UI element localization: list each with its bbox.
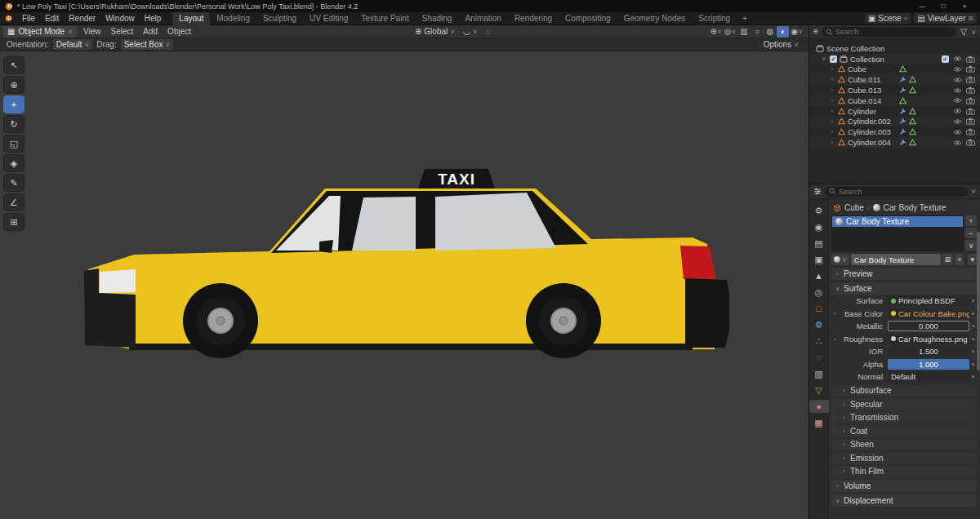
panel-surface[interactable]: ∨ Surface — [831, 282, 977, 295]
hide-viewport-icon[interactable] — [953, 118, 962, 125]
prop-value-base-color[interactable]: Car Colour Bake.png — [888, 308, 969, 319]
orientation-default-dropdown[interactable]: Default ∨ — [53, 39, 93, 50]
proportional-editing-toggle[interactable]: ◌ — [483, 26, 494, 37]
properties-tab-object[interactable]: □ — [811, 302, 827, 315]
outliner-scene-collection[interactable]: Scene Collection — [809, 43, 980, 54]
outliner-search[interactable] — [822, 27, 956, 37]
shading-solid-icon[interactable]: ◍ — [764, 26, 776, 38]
prop-value-surface[interactable]: Principled BSDF — [888, 295, 969, 306]
add-slot-button[interactable]: + — [965, 215, 977, 226]
hide-viewport-icon[interactable] — [953, 129, 962, 135]
properties-tab-output[interactable]: ▤ — [811, 237, 827, 250]
outliner-item-cylinder-003[interactable]: ›Cylinder.003 — [809, 126, 980, 137]
collection-checkbox[interactable]: ✓ — [830, 55, 837, 63]
panel-displacement[interactable]: ∨ Displacement — [831, 495, 977, 507]
slot-specials-button[interactable]: ∨ — [965, 240, 977, 251]
panel-thin-film[interactable]: ›Thin Film — [831, 466, 977, 478]
chevron-down-icon[interactable]: ∨ — [971, 29, 976, 36]
expand-icon[interactable]: › — [829, 87, 835, 93]
properties-tab-world[interactable]: ◎ — [811, 286, 827, 299]
scrollbar[interactable] — [977, 232, 980, 370]
disable-render-icon[interactable] — [966, 55, 975, 63]
options-dropdown[interactable]: Options ∨ — [760, 39, 802, 50]
new-viewlayer-icon[interactable]: ⊞ — [968, 15, 973, 22]
properties-tab-tool[interactable]: ⚙ — [811, 204, 827, 217]
workspace-tab-compositing[interactable]: Compositing — [559, 12, 617, 25]
disable-render-icon[interactable] — [966, 76, 975, 83]
drag-mode-dropdown[interactable]: Select Box ∨ — [121, 39, 174, 50]
expand-icon[interactable]: › — [829, 98, 835, 104]
panel-specular[interactable]: ›Specular — [831, 398, 977, 410]
animate-dot[interactable] — [969, 350, 977, 353]
menu-render[interactable]: Render — [64, 14, 100, 23]
animate-dot[interactable] — [969, 375, 977, 378]
properties-tab-constraints[interactable]: ▥ — [811, 367, 827, 380]
show-gizmo-icon[interactable]: ⊕∨ — [710, 26, 723, 38]
properties-tab-object-data[interactable]: ▽ — [811, 384, 827, 397]
menu-file[interactable]: File — [17, 14, 40, 23]
panel-transmission[interactable]: ›Transmission — [831, 412, 977, 424]
workspace-tab-texture-paint[interactable]: Texture Paint — [354, 12, 415, 25]
outliner-item-cylinder-002[interactable]: ›Cylinder.002 — [809, 117, 980, 127]
expand-icon[interactable]: › — [831, 311, 839, 317]
tool-scale[interactable]: ◱ — [3, 135, 24, 153]
breadcrumb-object[interactable]: Cube — [844, 203, 864, 212]
tool-tweak-select[interactable]: ↖ — [3, 56, 24, 74]
menu-help[interactable]: Help — [140, 14, 167, 23]
menu-edit[interactable]: Edit — [40, 14, 64, 23]
expand-icon[interactable]: › — [829, 66, 835, 72]
panel-preview[interactable]: › Preview — [831, 268, 977, 280]
disable-render-icon[interactable] — [966, 108, 975, 115]
animate-dot[interactable] — [969, 313, 977, 315]
hide-viewport-icon[interactable] — [953, 97, 962, 104]
prop-value-metallic[interactable]: 0.000 — [888, 321, 969, 331]
breadcrumb-material[interactable]: Car Body Texture — [884, 203, 947, 212]
properties-search[interactable] — [825, 187, 968, 197]
viewport-menu-select[interactable]: Select — [106, 27, 139, 36]
animate-dot[interactable] — [969, 338, 977, 340]
workspace-tab-layout[interactable]: Layout — [172, 12, 210, 25]
filter-icon[interactable] — [960, 29, 968, 36]
disable-render-icon[interactable] — [966, 139, 975, 146]
panel-sheen[interactable]: ›Sheen — [831, 439, 977, 451]
workspace-tab-rendering[interactable]: Rendering — [508, 12, 559, 25]
duplicate-material-button[interactable]: ⊞ — [942, 254, 954, 265]
properties-tab-modifiers[interactable]: ⚙ — [811, 318, 827, 331]
chevron-down-icon[interactable]: ∨ — [971, 188, 976, 195]
panel-emission[interactable]: ›Emission — [831, 452, 977, 464]
collection-exclude-checkbox[interactable]: ✓ — [942, 55, 949, 63]
prop-value-roughness[interactable]: Car Roughness.png — [888, 334, 969, 344]
properties-tab-scene[interactable]: ▲ — [811, 269, 827, 282]
material-name-field[interactable] — [851, 254, 941, 265]
viewport-menu-add[interactable]: Add — [138, 27, 163, 36]
expand-icon[interactable]: › — [829, 118, 835, 124]
workspace-tab-sculpting[interactable]: Sculpting — [256, 12, 303, 25]
workspace-tab-modeling[interactable]: Modeling — [210, 12, 256, 25]
menu-window[interactable]: Window — [100, 14, 140, 23]
tool-move[interactable]: + — [3, 95, 24, 113]
properties-tab-particles[interactable]: ∴ — [811, 335, 827, 348]
outliner-item-cube[interactable]: ›Cube — [809, 64, 980, 75]
animate-dot[interactable] — [969, 299, 977, 302]
outliner-editor-icon[interactable]: ≡ — [813, 28, 818, 36]
hide-viewport-icon[interactable] — [953, 55, 962, 62]
disable-render-icon[interactable] — [966, 65, 975, 73]
properties-editor-icon[interactable] — [813, 188, 822, 195]
workspace-tab-scripting[interactable]: Scripting — [692, 12, 737, 25]
tool-rotate[interactable]: ↻ — [3, 115, 24, 133]
properties-tab-material[interactable]: ● — [809, 400, 829, 413]
blender-menu-button[interactable] — [0, 15, 17, 22]
properties-search-input[interactable] — [839, 188, 964, 196]
browse-material-button[interactable]: ∨ — [831, 254, 849, 265]
viewport-menu-view[interactable]: View — [78, 27, 106, 36]
material-slot-selected[interactable]: Car Body Texture — [832, 216, 963, 227]
prop-value-ior[interactable]: 1.500 — [888, 346, 969, 357]
show-overlays-icon[interactable]: ◎∨ — [724, 26, 737, 38]
snapping-toggle[interactable]: ◡ ∨ — [460, 26, 481, 37]
tool-measure[interactable]: ∠ — [3, 193, 24, 211]
disable-render-icon[interactable] — [966, 128, 975, 135]
viewport-menu-object[interactable]: Object — [163, 27, 196, 36]
maximize-button[interactable]: □ — [933, 2, 954, 10]
properties-tab-texture[interactable]: ▦ — [811, 416, 827, 429]
material-filter-button[interactable]: ▾ — [968, 254, 977, 265]
